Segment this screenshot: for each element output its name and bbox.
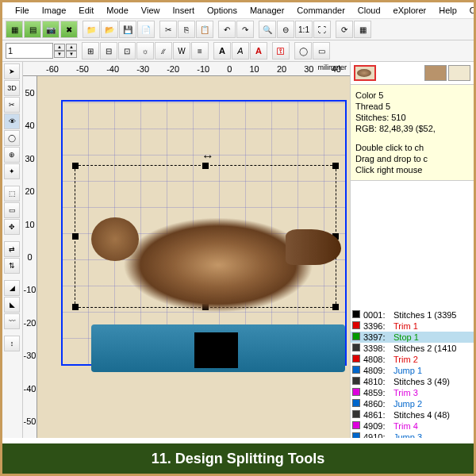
- selection-box[interactable]: [75, 165, 336, 308]
- stitch-row[interactable]: 3398:Stitches 2 (1410: [351, 343, 474, 354]
- stitch-row[interactable]: 4860:Jump 2: [351, 398, 474, 409]
- color-swatches: [351, 62, 474, 85]
- wand-tool[interactable]: ✦: [4, 163, 20, 179]
- stitch-row[interactable]: 3396:Trim 1: [351, 321, 474, 332]
- spin-down2[interactable]: ▼: [66, 51, 77, 58]
- handle-ml[interactable]: [72, 233, 79, 240]
- ruler-horizontal: -60-50-40-30-20-10010203040milimeter: [23, 62, 350, 76]
- redo-btn[interactable]: ↷: [236, 21, 254, 38]
- stitch-row[interactable]: 3397:Stop 1: [351, 332, 474, 343]
- stitch-row[interactable]: 4859:Trim 3: [351, 387, 474, 398]
- canvas[interactable]: ↔ ↔: [37, 76, 350, 438]
- menu-option[interactable]: Option: [463, 4, 474, 17]
- text-a2[interactable]: A: [232, 42, 249, 60]
- fit-btn[interactable]: ⛶: [313, 21, 331, 38]
- shape2-btn[interactable]: ▭: [313, 42, 330, 60]
- save-btn[interactable]: 📷: [42, 21, 60, 38]
- stitch-row[interactable]: 4910:Jump 3: [351, 432, 474, 438]
- embroidery-cat: [107, 209, 329, 321]
- resize-arrow-icon[interactable]: ↔: [202, 149, 214, 163]
- menu-commander[interactable]: Commander: [290, 4, 351, 17]
- target-tool[interactable]: ⊕: [4, 147, 20, 163]
- t2-6[interactable]: W: [173, 42, 190, 60]
- stitch-row[interactable]: 4909:Trim 4: [351, 420, 474, 432]
- menu-explorer[interactable]: eXplorer: [387, 4, 433, 17]
- zoomin-btn[interactable]: 🔍: [259, 21, 276, 38]
- eye-tool[interactable]: 👁: [4, 113, 20, 129]
- sel-rect2[interactable]: ▭: [4, 202, 20, 218]
- stitch-list[interactable]: 0001:Stitches 1 (33953396:Trim 13397:Sto…: [351, 309, 474, 438]
- scissors-tool[interactable]: ✂: [4, 97, 20, 113]
- stitch-row[interactable]: 4861:Stitches 4 (48): [351, 409, 474, 420]
- move-tool[interactable]: ✥: [4, 219, 20, 235]
- refresh-btn[interactable]: ⟳: [336, 21, 353, 38]
- right-panel: Color 5 Thread 5 Stitches: 510 RGB: 82,4…: [350, 62, 474, 438]
- open-btn[interactable]: ▤: [24, 21, 41, 38]
- paste-btn[interactable]: 📋: [196, 21, 213, 38]
- swatch-2[interactable]: [448, 65, 470, 81]
- caption: 11. Design Splitting Tools: [5, 443, 471, 474]
- flip-v[interactable]: ⇅: [4, 258, 20, 274]
- spin-down[interactable]: ▼: [54, 51, 65, 58]
- save2-btn[interactable]: 💾: [119, 21, 136, 38]
- text-a3[interactable]: A: [250, 42, 267, 60]
- color-info-panel: Color 5 Thread 5 Stitches: 510 RGB: 82,4…: [351, 85, 474, 181]
- undo-btn[interactable]: ↶: [218, 21, 236, 38]
- handle-bl[interactable]: [72, 304, 79, 310]
- layers-btn[interactable]: ▦: [354, 21, 371, 38]
- resize-arrow-icon[interactable]: ↔: [202, 328, 214, 342]
- folder-btn[interactable]: 📁: [83, 21, 100, 38]
- 3d-tool[interactable]: 3D: [4, 80, 20, 96]
- number-input[interactable]: [6, 43, 53, 59]
- t2-3[interactable]: ⊡: [118, 42, 136, 60]
- thumb-swatch[interactable]: [354, 65, 376, 81]
- handle-tm[interactable]: [202, 163, 209, 169]
- toolbar-1: ▦ ▤ 📷 ✖ 📁 📂 💾 📄 ✂ ⎘ 📋 ↶ ↷ 🔍 ⊖ 1:1 ⛶ ⟳ ▦: [2, 19, 474, 40]
- spin-up2[interactable]: ▲: [66, 44, 77, 51]
- t2-5[interactable]: ⫽: [155, 42, 172, 60]
- stitch-row[interactable]: 4809:Jump 1: [351, 365, 474, 376]
- swatch-1[interactable]: [424, 65, 447, 81]
- menu-options[interactable]: Options: [201, 4, 244, 17]
- stitch-row[interactable]: 4810:Stitches 3 (49): [351, 376, 474, 387]
- open2-btn[interactable]: 📂: [101, 21, 118, 38]
- tri-tool[interactable]: ◢: [4, 280, 20, 296]
- stitch-row[interactable]: 4808:Trim 2: [351, 354, 474, 365]
- zoomout-btn[interactable]: ⊖: [277, 21, 294, 38]
- menu-insert[interactable]: Insert: [166, 4, 201, 17]
- cut-btn[interactable]: ✂: [159, 21, 177, 38]
- key-btn[interactable]: ⚿: [272, 42, 290, 60]
- menu-image[interactable]: Image: [36, 4, 73, 17]
- handle-tl[interactable]: [72, 163, 79, 169]
- t2-2[interactable]: ⊟: [100, 42, 117, 60]
- menu-file[interactable]: File: [9, 4, 36, 17]
- flip-h[interactable]: ⇄: [4, 241, 20, 257]
- menu-cloud[interactable]: Cloud: [351, 4, 387, 17]
- new-btn[interactable]: ▦: [6, 21, 23, 38]
- menu-view[interactable]: View: [135, 4, 167, 17]
- t2-4[interactable]: ☼: [136, 42, 154, 60]
- pointer-tool[interactable]: ➤: [4, 63, 20, 79]
- arrows-tool[interactable]: ↕: [4, 336, 20, 351]
- shape-btn[interactable]: ◯: [294, 42, 312, 60]
- handle-br[interactable]: [332, 304, 339, 310]
- text-a[interactable]: A: [213, 42, 231, 60]
- t2-7[interactable]: ≡: [191, 42, 209, 60]
- tri2-tool[interactable]: ◣: [4, 297, 20, 313]
- menu-edit[interactable]: Edit: [72, 4, 100, 17]
- copy-btn[interactable]: ⎘: [178, 21, 195, 38]
- export-btn[interactable]: ✖: [60, 21, 78, 38]
- menu-manager[interactable]: Manager: [244, 4, 290, 17]
- sel-rect[interactable]: ⬚: [4, 186, 20, 202]
- lasso-tool[interactable]: ◯: [4, 130, 20, 146]
- spin-up[interactable]: ▲: [54, 44, 65, 51]
- handle-tr[interactable]: [332, 163, 339, 169]
- stitch-row[interactable]: 0001:Stitches 1 (3395: [351, 309, 474, 321]
- embroidery-bar: [91, 324, 345, 372]
- t2-1[interactable]: ⊞: [82, 42, 99, 60]
- doc-btn[interactable]: 📄: [137, 21, 155, 38]
- curve-tool[interactable]: 〰: [4, 313, 20, 329]
- zoom11-btn[interactable]: 1:1: [295, 21, 313, 38]
- menu-help[interactable]: Help: [432, 4, 463, 17]
- menu-mode[interactable]: Mode: [100, 4, 135, 17]
